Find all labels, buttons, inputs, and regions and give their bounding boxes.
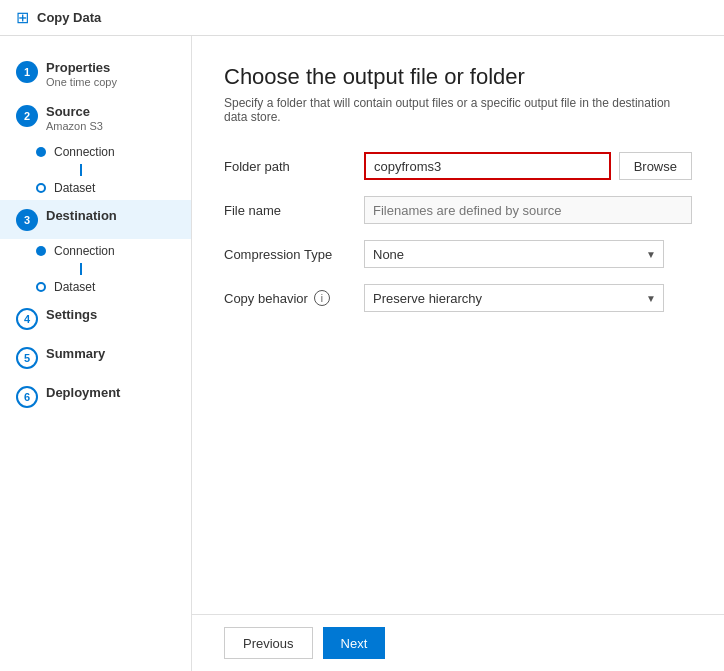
step-circle-3: 3 (16, 209, 38, 231)
content-footer: Previous Next (192, 614, 724, 671)
source-sub-items: Connection Dataset (0, 140, 191, 200)
step-circle-5: 5 (16, 347, 38, 369)
folder-path-label: Folder path (224, 159, 364, 174)
browse-button[interactable]: Browse (619, 152, 692, 180)
file-name-controls (364, 196, 692, 224)
step-circle-2: 2 (16, 105, 38, 127)
copy-behavior-row: Copy behavior i Preserve hierarchy Flatt… (224, 284, 692, 312)
content-area: Choose the output file or folder Specify… (192, 36, 724, 671)
info-icon[interactable]: i (314, 290, 330, 306)
app-title: Copy Data (37, 10, 101, 25)
page-title: Choose the output file or folder (224, 64, 692, 90)
step-circle-4: 4 (16, 308, 38, 330)
sidebar-item-settings[interactable]: 4 Settings (0, 299, 191, 338)
step-circle-6: 6 (16, 386, 38, 408)
folder-path-controls: Browse (364, 152, 692, 180)
summary-label: Summary (46, 346, 105, 361)
compression-type-row: Compression Type None GZip Deflate BZip2… (224, 240, 692, 268)
folder-path-input[interactable] (364, 152, 611, 180)
sidebar: 1 Properties One time copy 2 Source Amaz… (0, 36, 192, 671)
settings-label: Settings (46, 307, 97, 322)
source-dataset-label: Dataset (54, 181, 95, 195)
properties-label: Properties (46, 60, 117, 75)
sidebar-item-destination[interactable]: 3 Destination (0, 200, 191, 239)
compression-type-label: Compression Type (224, 247, 364, 262)
source-connection-item[interactable]: Connection (36, 140, 191, 164)
destination-connection-item[interactable]: Connection (36, 239, 191, 263)
compression-type-select-wrap: None GZip Deflate BZip2 ▼ (364, 240, 664, 268)
deployment-label: Deployment (46, 385, 120, 400)
copy-behavior-select-wrap: Preserve hierarchy Flatten hierarchy Mer… (364, 284, 664, 312)
copy-behavior-select[interactable]: Preserve hierarchy Flatten hierarchy Mer… (364, 284, 664, 312)
page-subtitle: Specify a folder that will contain outpu… (224, 96, 692, 124)
source-sublabel: Amazon S3 (46, 120, 103, 132)
copy-behavior-label-wrap: Copy behavior i (224, 290, 364, 306)
destination-connection-dot (36, 246, 46, 256)
step-circle-1: 1 (16, 61, 38, 83)
sidebar-item-deployment[interactable]: 6 Deployment (0, 377, 191, 416)
source-dataset-dot (36, 183, 46, 193)
content-inner: Choose the output file or folder Specify… (192, 36, 724, 614)
connector-line-source (80, 164, 82, 176)
file-name-input[interactable] (364, 196, 692, 224)
destination-dataset-label: Dataset (54, 280, 95, 294)
sidebar-item-source[interactable]: 2 Source Amazon S3 (0, 96, 191, 140)
previous-button[interactable]: Previous (224, 627, 313, 659)
app-icon: ⊞ (16, 8, 29, 27)
sidebar-item-properties[interactable]: 1 Properties One time copy (0, 52, 191, 96)
copy-behavior-label: Copy behavior (224, 291, 308, 306)
source-label: Source (46, 104, 103, 119)
source-connection-dot (36, 147, 46, 157)
destination-sub-items: Connection Dataset (0, 239, 191, 299)
main-layout: 1 Properties One time copy 2 Source Amaz… (0, 36, 724, 671)
file-name-row: File name (224, 196, 692, 224)
folder-path-row: Folder path Browse (224, 152, 692, 180)
destination-label: Destination (46, 208, 117, 223)
sidebar-item-summary[interactable]: 5 Summary (0, 338, 191, 377)
compression-type-select[interactable]: None GZip Deflate BZip2 (364, 240, 664, 268)
next-button[interactable]: Next (323, 627, 386, 659)
destination-connection-label: Connection (54, 244, 115, 258)
file-name-label: File name (224, 203, 364, 218)
properties-sublabel: One time copy (46, 76, 117, 88)
destination-dataset-dot (36, 282, 46, 292)
source-dataset-item[interactable]: Dataset (36, 176, 191, 200)
connector-line-dest (80, 263, 82, 275)
top-bar: ⊞ Copy Data (0, 0, 724, 36)
destination-dataset-item[interactable]: Dataset (36, 275, 191, 299)
source-connection-label: Connection (54, 145, 115, 159)
